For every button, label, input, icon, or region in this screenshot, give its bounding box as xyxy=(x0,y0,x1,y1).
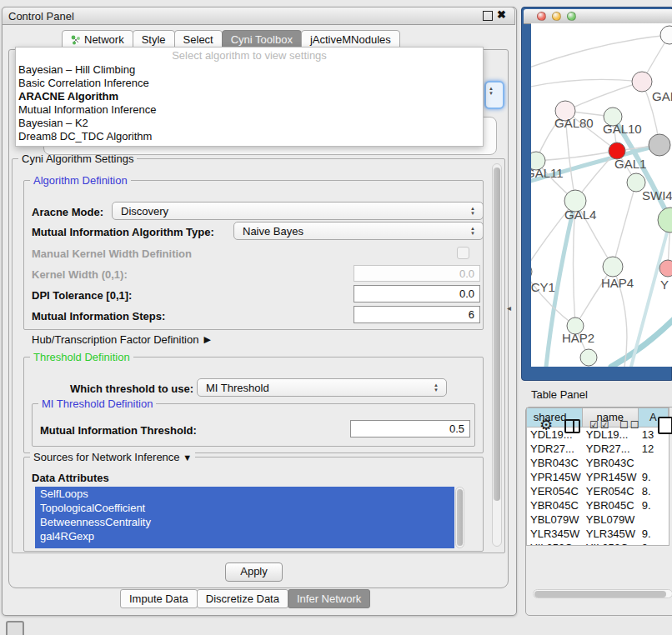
network-edge[interactable] xyxy=(631,220,670,367)
attributes-scrollbar-thumb[interactable] xyxy=(457,489,463,546)
node[interactable] xyxy=(660,26,672,44)
minimized-panel-icon[interactable] xyxy=(6,621,24,635)
table-cell[interactable]: YBR045C xyxy=(527,498,583,512)
bottom-tab-impute-data[interactable]: Impute Data xyxy=(120,589,198,608)
network-view-canvas[interactable]: GALGAL80GAL10GAL11GAL1SWI4GAL4GCY1HAP4YH… xyxy=(531,23,672,367)
dpi-tolerance-field[interactable]: 0.0 xyxy=(354,285,480,302)
column-layout-icon[interactable] xyxy=(564,419,580,433)
table-cell[interactable]: YER054C xyxy=(527,484,583,498)
panel-divider-arrow-icon[interactable]: ◂ xyxy=(507,303,511,312)
table-cell[interactable]: YIL052C xyxy=(527,541,583,546)
table-row[interactable]: YBL079WYBL079W xyxy=(527,512,669,527)
table-cell[interactable]: 8. xyxy=(639,484,669,498)
which-threshold-label: Which threshold to use: xyxy=(70,382,193,395)
settings-scrollbar-thumb[interactable] xyxy=(494,168,500,501)
table-cell[interactable]: 9. xyxy=(639,470,669,484)
algorithm-option[interactable]: Bayesian – K2 xyxy=(16,117,483,130)
mi-threshold-field[interactable]: 0.5 xyxy=(350,420,470,438)
bottom-tab-infer-network[interactable]: Infer Network xyxy=(288,589,370,608)
manual-kernel-label: Manual Kernel Width Definition xyxy=(32,248,192,260)
algorithm-option[interactable]: Dream8 DC_TDC Algorithm xyxy=(16,130,483,143)
node-green-large[interactable] xyxy=(658,208,672,232)
table-row[interactable]: YER054CYER054C8. xyxy=(527,484,669,498)
table-row[interactable]: YPR145WYPR145W9. xyxy=(527,470,669,484)
data-attribute-item-selected[interactable]: gal4RGexp xyxy=(35,529,454,543)
table-row[interactable]: YBR045CYBR045C9. xyxy=(527,498,669,512)
table-hscrollbar-thumb[interactable] xyxy=(534,591,666,598)
bottom-tab-discretize-data[interactable]: Discretize Data xyxy=(197,589,288,608)
table-cell[interactable] xyxy=(639,456,669,470)
hub-definition-expander[interactable]: Hub/Transcription Factor Definition ▶ xyxy=(32,333,211,346)
table-cell[interactable]: YBR045C xyxy=(583,498,639,512)
table-cell[interactable]: YDR27... xyxy=(527,442,583,456)
node-gcy1[interactable] xyxy=(531,263,532,280)
network-window-titlebar[interactable] xyxy=(524,9,672,24)
algorithm-dropdown[interactable]: Select algorithm to view settings Bayesi… xyxy=(15,47,484,147)
settings-scrollbar[interactable] xyxy=(492,163,502,547)
node-salmon[interactable] xyxy=(659,260,672,277)
unselect-all-columns-icon[interactable]: ☐☐ xyxy=(619,419,641,431)
which-threshold-combobox[interactable]: MI Threshold xyxy=(197,378,447,397)
algorithm-combobox-arrow-button[interactable] xyxy=(484,81,504,109)
manual-kernel-checkbox[interactable] xyxy=(457,247,469,259)
table-panel-window: ⚙ ☑☑ ☐☐ shared...nameAYDL19...YDL19...13… xyxy=(525,407,672,616)
table-hscrollbar[interactable] xyxy=(533,589,672,598)
node-gal2[interactable] xyxy=(632,72,652,92)
algorithm-option[interactable]: Bayesian – Hill Climbing xyxy=(16,63,483,77)
table-cell[interactable]: YPR145W xyxy=(527,470,583,484)
node-bottom[interactable] xyxy=(580,349,597,366)
network-edge[interactable] xyxy=(565,82,642,111)
control-panel-titlebar[interactable] xyxy=(2,7,515,25)
window-minimize-button[interactable] xyxy=(552,12,561,21)
network-edge[interactable] xyxy=(613,182,636,267)
table-cell[interactable]: YLR345W xyxy=(527,527,583,541)
algorithm-option[interactable]: Basic Correlation Inference xyxy=(16,77,483,90)
close-panel-icon[interactable]: ✖ xyxy=(497,8,506,22)
new-table-icon[interactable] xyxy=(658,417,672,434)
table-cell[interactable]: 12 xyxy=(639,442,669,456)
window-close-button[interactable] xyxy=(537,12,546,21)
table-row[interactable]: YBR043CYBR043C xyxy=(527,456,669,470)
mi-steps-field[interactable]: 6 xyxy=(354,306,480,323)
network-edge[interactable] xyxy=(611,308,672,367)
mi-type-combobox[interactable]: Naive Bayes xyxy=(233,222,484,240)
node-label-gal: GAL xyxy=(652,89,672,103)
collapse-down-icon[interactable]: ▼ xyxy=(183,452,192,462)
table-cell[interactable]: YER054C xyxy=(583,484,639,498)
node-hap4[interactable] xyxy=(603,257,623,277)
attributes-scrollbar[interactable] xyxy=(455,487,464,548)
data-attribute-item-selected[interactable]: TopologicalCoefficient xyxy=(35,501,454,515)
table-row[interactable]: YLR345WYLR345W9. xyxy=(527,527,669,541)
network-graph[interactable]: GALGAL80GAL10GAL11GAL1SWI4GAL4GCY1HAP4YH… xyxy=(531,23,672,367)
window-zoom-button[interactable] xyxy=(567,12,576,21)
select-all-columns-icon[interactable]: ☑☑ xyxy=(589,419,611,431)
table-row[interactable]: YIL052CYIL052C9 xyxy=(527,541,669,546)
apply-button[interactable]: Apply xyxy=(225,562,283,582)
table-cell[interactable]: YIL052C xyxy=(583,541,639,546)
table-cell[interactable]: YPR145W xyxy=(583,470,639,484)
table-cell[interactable]: YDR27... xyxy=(583,442,639,456)
expand-right-icon[interactable]: ▶ xyxy=(203,334,210,345)
table-settings-gear-icon[interactable]: ⚙ xyxy=(539,416,553,434)
table-cell[interactable]: YBR043C xyxy=(527,456,583,470)
network-edge[interactable] xyxy=(531,35,669,70)
table-cell[interactable]: YBR043C xyxy=(583,456,639,470)
aracne-mode-combobox[interactable]: Discovery xyxy=(112,202,484,220)
data-attributes-list[interactable]: SelfLoopsTopologicalCoefficientBetweenne… xyxy=(35,487,454,548)
data-attribute-item-selected[interactable]: SelfLoops xyxy=(35,487,454,501)
table-cell[interactable]: 9 xyxy=(639,541,669,546)
node-gray[interactable] xyxy=(649,134,670,156)
table-cell[interactable] xyxy=(639,512,669,527)
table-cell[interactable]: YLR345W xyxy=(583,527,639,541)
table-cell[interactable]: 9. xyxy=(639,527,669,541)
table-cell[interactable]: 9. xyxy=(639,498,669,512)
float-window-icon[interactable] xyxy=(483,11,493,21)
kernel-width-field[interactable]: 0.0 xyxy=(354,265,480,282)
table-cell[interactable]: YBL079W xyxy=(527,512,583,527)
algorithm-option[interactable]: Mutual Information Inference xyxy=(16,103,483,117)
sources-title-text: Sources for Network Inference xyxy=(33,451,180,463)
data-attribute-item-selected[interactable]: BetweennessCentrality xyxy=(35,515,454,529)
algorithm-option[interactable]: ARACNE Algorithm xyxy=(16,90,483,103)
table-cell[interactable]: YBL079W xyxy=(583,512,639,527)
table-row[interactable]: YDR27...YDR27...12 xyxy=(527,442,669,456)
